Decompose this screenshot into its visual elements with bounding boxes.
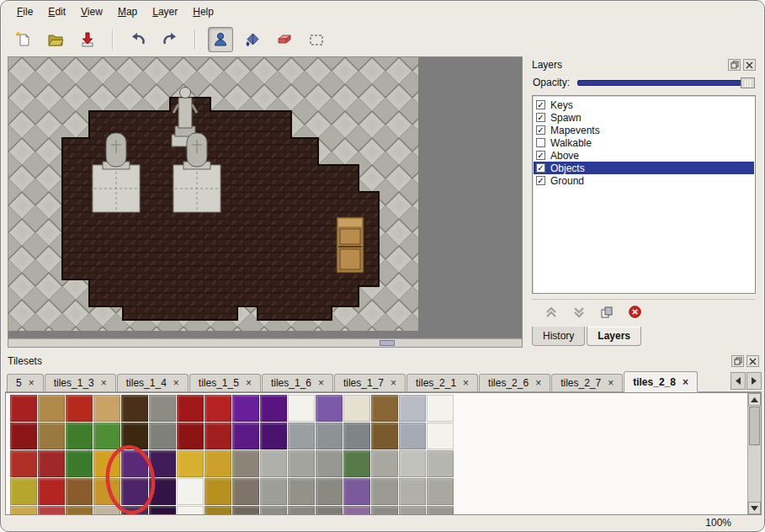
tile[interactable] <box>343 478 370 505</box>
duplicate-layer-button[interactable] <box>599 305 614 320</box>
tab-close-icon[interactable]: × <box>318 379 324 387</box>
tile[interactable] <box>260 450 287 477</box>
tile[interactable] <box>149 506 176 514</box>
tab-close-icon[interactable]: × <box>173 379 179 387</box>
open-button[interactable] <box>43 27 68 52</box>
tile[interactable] <box>149 395 176 422</box>
tile[interactable] <box>66 450 93 477</box>
tile[interactable] <box>316 478 343 505</box>
tile[interactable] <box>260 478 287 505</box>
tab-close-icon[interactable]: × <box>390 379 396 387</box>
tile[interactable] <box>10 423 37 450</box>
tile[interactable] <box>260 423 287 450</box>
tile[interactable] <box>427 423 454 450</box>
tile[interactable] <box>399 506 426 514</box>
tile[interactable] <box>399 395 426 422</box>
scroll-tabs-right-button[interactable] <box>746 372 762 390</box>
tile[interactable] <box>205 450 231 477</box>
tab-close-icon[interactable]: × <box>246 379 252 387</box>
tile[interactable] <box>66 423 93 450</box>
tile[interactable] <box>232 423 259 450</box>
float-panel-button[interactable] <box>728 59 741 71</box>
tile[interactable] <box>149 423 176 450</box>
tile[interactable] <box>205 395 231 422</box>
tileset-tab[interactable]: 5× <box>7 374 44 391</box>
tile[interactable] <box>260 395 287 422</box>
tile[interactable] <box>93 478 120 505</box>
undo-button[interactable] <box>125 27 151 52</box>
tileset-image[interactable] <box>10 395 455 514</box>
tileset-tab[interactable]: tiles_2_7× <box>551 374 623 391</box>
map-canvas[interactable] <box>8 57 522 338</box>
tab-history[interactable]: History <box>532 327 585 346</box>
tileset-tab[interactable]: tiles_2_6× <box>479 374 550 391</box>
tile[interactable] <box>427 506 454 514</box>
tileset-tab[interactable]: tiles_1_5× <box>189 374 261 391</box>
layer-row[interactable]: Mapevents <box>534 124 754 136</box>
raise-layer-button[interactable] <box>544 305 559 320</box>
layer-visibility-checkbox[interactable] <box>536 138 545 147</box>
tile[interactable] <box>121 506 148 514</box>
tileset-tab[interactable]: tiles_2_8× <box>624 371 698 392</box>
map-image[interactable] <box>8 57 418 331</box>
tile[interactable] <box>343 423 370 450</box>
tile[interactable] <box>427 478 454 505</box>
scrollbar-thumb[interactable] <box>380 340 395 346</box>
float-panel-button[interactable] <box>731 355 744 367</box>
menu-view[interactable]: View <box>73 3 110 21</box>
menu-help[interactable]: Help <box>185 3 221 21</box>
tileset-tab[interactable]: tiles_1_3× <box>45 374 116 391</box>
tile[interactable] <box>288 423 315 450</box>
save-button[interactable] <box>75 27 100 52</box>
select-tool-button[interactable] <box>304 27 329 52</box>
menu-layer[interactable]: Layer <box>145 3 185 21</box>
tile[interactable] <box>316 395 343 422</box>
tile[interactable] <box>371 506 398 514</box>
tile[interactable] <box>288 450 315 477</box>
tile[interactable] <box>205 506 231 514</box>
tile[interactable] <box>232 506 259 514</box>
tile[interactable] <box>288 478 315 505</box>
tile[interactable] <box>260 506 287 514</box>
tab-close-icon[interactable]: × <box>608 379 614 387</box>
tile[interactable] <box>121 450 148 477</box>
tile[interactable] <box>121 395 148 422</box>
tile[interactable] <box>10 450 37 477</box>
tileset-tab[interactable]: tiles_1_4× <box>117 374 189 391</box>
layer-visibility-checkbox[interactable] <box>536 100 545 109</box>
tile[interactable] <box>232 395 259 422</box>
scroll-up-button[interactable] <box>748 393 761 406</box>
layer-visibility-checkbox[interactable] <box>536 176 545 185</box>
tile[interactable] <box>93 395 120 422</box>
tile[interactable] <box>177 478 204 505</box>
layer-row[interactable]: Keys <box>534 98 754 111</box>
layer-visibility-checkbox[interactable] <box>536 151 545 160</box>
tile[interactable] <box>66 478 93 505</box>
menu-edit[interactable]: Edit <box>40 3 73 21</box>
tile[interactable] <box>343 506 370 514</box>
tile[interactable] <box>93 423 120 450</box>
layer-row[interactable]: Walkable <box>534 136 754 149</box>
tile[interactable] <box>10 395 37 422</box>
tile[interactable] <box>149 478 176 505</box>
tab-close-icon[interactable]: × <box>535 379 541 387</box>
tile[interactable] <box>177 506 204 514</box>
fill-tool-button[interactable] <box>240 27 265 52</box>
tileset-scrollbar[interactable] <box>747 393 761 514</box>
tab-close-icon[interactable]: × <box>29 379 35 387</box>
tile[interactable] <box>371 423 398 450</box>
tileset-tab[interactable]: tiles_2_1× <box>406 374 478 391</box>
tab-close-icon[interactable]: × <box>463 379 469 387</box>
tile[interactable] <box>38 478 65 505</box>
tab-layers[interactable]: Layers <box>587 327 641 346</box>
tile[interactable] <box>93 450 120 477</box>
tile[interactable] <box>66 506 93 514</box>
tile[interactable] <box>343 450 370 477</box>
layer-row[interactable]: Ground <box>534 174 754 187</box>
tile[interactable] <box>38 423 65 450</box>
tile[interactable] <box>371 395 398 422</box>
menu-map[interactable]: Map <box>110 3 145 21</box>
delete-layer-button[interactable] <box>627 305 642 320</box>
layer-row[interactable]: Spawn <box>534 111 754 124</box>
stamp-tool-button[interactable] <box>208 27 233 52</box>
